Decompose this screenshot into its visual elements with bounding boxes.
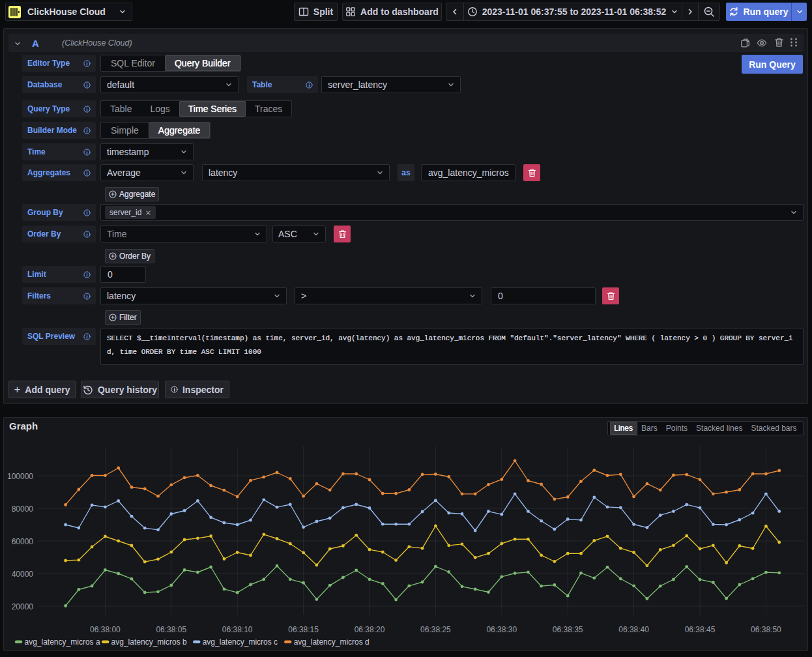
svg-text:40000: 40000 — [12, 570, 34, 579]
svg-text:06:38:10: 06:38:10 — [222, 625, 253, 634]
svg-text:06:38:30: 06:38:30 — [486, 625, 517, 634]
svg-text:06:38:20: 06:38:20 — [355, 625, 385, 634]
svg-text:100000: 100000 — [7, 472, 33, 481]
svg-text:06:38:45: 06:38:45 — [685, 625, 716, 634]
svg-text:06:38:50: 06:38:50 — [751, 625, 781, 634]
svg-text:avg_latency_micros b: avg_latency_micros b — [111, 637, 187, 647]
svg-text:06:38:35: 06:38:35 — [553, 625, 583, 634]
svg-text:avg_latency_micros d: avg_latency_micros d — [294, 637, 370, 647]
svg-text:avg_latency_micros c: avg_latency_micros c — [203, 637, 278, 647]
svg-text:avg_latency_micros a: avg_latency_micros a — [25, 637, 100, 647]
svg-text:06:38:40: 06:38:40 — [618, 625, 649, 634]
svg-text:80000: 80000 — [12, 504, 34, 514]
svg-text:20000: 20000 — [12, 602, 34, 611]
svg-text:60000: 60000 — [12, 537, 34, 546]
svg-text:06:38:25: 06:38:25 — [420, 625, 451, 634]
svg-text:06:38:00: 06:38:00 — [90, 625, 121, 634]
svg-text:06:38:15: 06:38:15 — [288, 625, 319, 634]
svg-text:06:38:05: 06:38:05 — [156, 625, 186, 634]
